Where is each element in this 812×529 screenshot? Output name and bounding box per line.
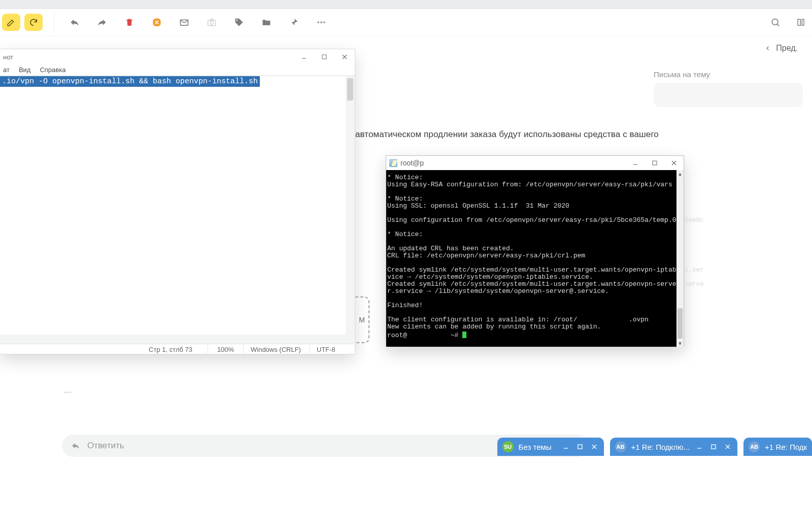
scrollbar-vertical[interactable]: ▲ ▼ xyxy=(676,170,684,347)
notepad-selected-text: .io/vpn -O openvpn-install.sh && bash op… xyxy=(0,76,260,87)
maximize-icon[interactable] xyxy=(709,442,718,451)
browser-tabstrip xyxy=(0,0,812,9)
forward-button[interactable] xyxy=(92,12,112,32)
avatar: SU xyxy=(502,441,514,452)
menu-item[interactable]: Справка xyxy=(40,66,65,74)
right-column: Пред. Письма на тему xyxy=(654,36,812,107)
mails-on-topic-label: Письма на тему xyxy=(654,70,803,79)
reply-placeholder: Ответить xyxy=(87,441,124,451)
terminal-title: root@p xyxy=(400,159,424,167)
terminal-titlebar[interactable]: root@p xyxy=(386,156,684,170)
panel-icon xyxy=(796,17,805,27)
chat-chip[interactable]: AB +1 Re: Подклю... xyxy=(610,438,738,456)
compose-button[interactable] xyxy=(2,14,20,31)
svg-rect-10 xyxy=(578,445,582,449)
close-icon xyxy=(342,54,348,60)
svg-point-2 xyxy=(210,21,214,25)
chat-chip-title: Без темы xyxy=(519,443,556,451)
prev-message-link[interactable]: Пред. xyxy=(654,42,803,55)
minimize-icon xyxy=(632,160,638,166)
mark-read-button[interactable] xyxy=(174,12,194,32)
mail-toolbar xyxy=(0,9,812,36)
svg-rect-9 xyxy=(802,19,804,25)
window-maximize-button[interactable] xyxy=(645,156,664,170)
svg-rect-8 xyxy=(798,19,800,25)
chat-chip-bar: SU Без темы AB +1 Re: Подклю... AB +1 Re… xyxy=(497,438,812,456)
terminal-window: root@p * Notice: Using Easy-RSA configur… xyxy=(386,155,684,346)
attachment-placeholder: М xyxy=(355,296,369,343)
search-icon xyxy=(770,17,781,27)
close-icon xyxy=(671,160,677,166)
svg-rect-13 xyxy=(653,161,657,165)
notepad-titlebar[interactable]: нот xyxy=(0,49,355,64)
svg-point-4 xyxy=(318,21,319,23)
svg-rect-11 xyxy=(712,445,716,449)
scrollbar-vertical[interactable] xyxy=(346,76,355,335)
pin-button[interactable] xyxy=(284,12,304,32)
minimize-icon[interactable] xyxy=(695,442,704,451)
svg-point-3 xyxy=(236,20,238,21)
status-encoding: UTF-8 xyxy=(309,344,355,355)
spam-button[interactable] xyxy=(147,12,167,32)
svg-rect-12 xyxy=(322,55,326,59)
svg-point-6 xyxy=(323,21,325,23)
more-button[interactable] xyxy=(311,12,331,32)
reply-icon xyxy=(70,17,80,27)
notepad-text-area[interactable]: .io/vpn -O openvpn-install.sh && bash op… xyxy=(0,76,355,344)
snapshot-button[interactable] xyxy=(201,12,222,32)
envelope-icon xyxy=(179,17,189,27)
close-icon[interactable] xyxy=(590,442,599,451)
status-caret-pos: Стр 1, стлб 73 xyxy=(0,344,208,355)
notepad-statusbar: Стр 1, стлб 73 100% Windows (CRLF) UTF-8 xyxy=(0,344,355,355)
window-close-button[interactable] xyxy=(664,156,684,170)
window-minimize-button[interactable] xyxy=(294,49,314,64)
move-to-folder-button[interactable] xyxy=(256,12,277,32)
svg-point-5 xyxy=(320,21,322,23)
delete-button[interactable] xyxy=(119,12,140,32)
scrollbar-horizontal[interactable] xyxy=(0,335,355,344)
label-button[interactable] xyxy=(229,12,249,32)
terminal-body[interactable]: * Notice: Using Easy-RSA configuration f… xyxy=(386,170,684,347)
window-close-button[interactable] xyxy=(334,49,355,64)
chevron-left-icon xyxy=(765,45,771,52)
scroll-up-icon[interactable]: ▲ xyxy=(676,170,684,177)
window-maximize-button[interactable] xyxy=(314,49,334,64)
forward-icon xyxy=(97,17,107,27)
refresh-button[interactable] xyxy=(24,14,43,31)
avatar: AB xyxy=(615,441,626,452)
minimize-icon[interactable] xyxy=(561,442,570,451)
notepad-window: нот ат Вид Справка .io/vpn -O openvpn-in… xyxy=(0,49,355,354)
menu-item[interactable]: Вид xyxy=(19,66,31,74)
maximize-icon[interactable] xyxy=(576,442,585,451)
terminal-output: * Notice: Using Easy-RSA configuration f… xyxy=(386,170,684,339)
chat-chip[interactable]: SU Без темы xyxy=(497,438,604,456)
camera-icon xyxy=(207,17,217,27)
sidebar-collapse-button[interactable] xyxy=(793,14,809,30)
status-eol: Windows (CRLF) xyxy=(243,344,309,355)
email-signature-mark: --- xyxy=(63,387,72,396)
folder-icon xyxy=(261,17,272,27)
toolbar-separator xyxy=(54,12,54,32)
refresh-icon xyxy=(29,18,38,27)
trash-icon xyxy=(125,17,134,27)
notepad-menubar: ат Вид Справка xyxy=(0,64,355,76)
spam-icon xyxy=(152,17,162,27)
close-icon[interactable] xyxy=(723,442,732,451)
email-body-line: автоматическом продлении заказа будут ис… xyxy=(355,129,659,140)
status-zoom: 100% xyxy=(208,344,243,355)
toolbar-right xyxy=(767,14,812,30)
reply-button[interactable] xyxy=(64,12,85,32)
svg-point-7 xyxy=(772,19,778,25)
window-minimize-button[interactable] xyxy=(626,156,645,170)
reply-icon xyxy=(71,441,80,450)
more-icon xyxy=(316,17,326,27)
thread-card[interactable] xyxy=(654,83,803,107)
menu-item[interactable]: ат xyxy=(3,66,10,74)
notepad-title: нот xyxy=(3,53,13,61)
scroll-down-icon[interactable]: ▼ xyxy=(676,340,684,347)
chat-chip-title: +1 Re: Подк xyxy=(765,443,807,451)
chat-chip[interactable]: AB +1 Re: Подк xyxy=(743,438,812,456)
tag-icon xyxy=(234,17,244,27)
putty-icon xyxy=(389,159,397,167)
search-button[interactable] xyxy=(767,14,784,30)
